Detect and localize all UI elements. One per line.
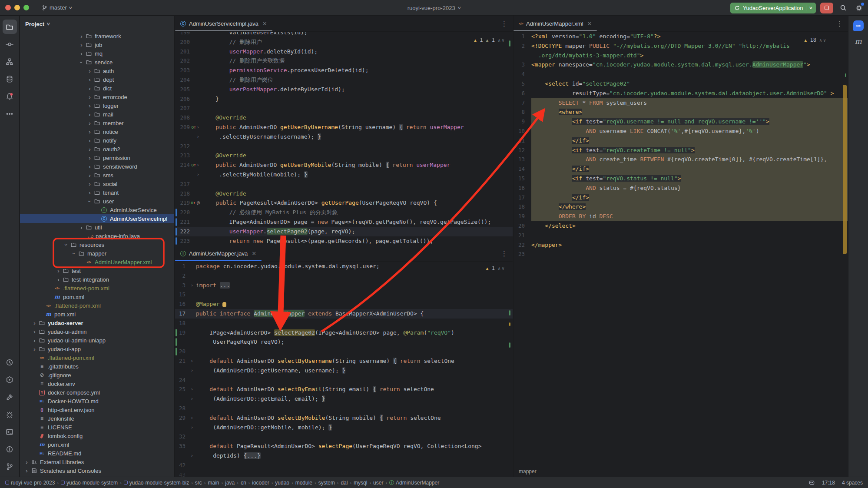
next-prev-problem-icons[interactable]: ∧∨	[498, 38, 506, 43]
fold-chevron-icon[interactable]: ›	[196, 160, 199, 170]
tree-item-readme-md[interactable]: M↓README.md	[20, 449, 174, 458]
chevron-collapsed-icon[interactable]: ›	[31, 329, 38, 335]
fold-chevron-icon[interactable]: ›	[190, 451, 193, 461]
fold-chevron-icon[interactable]: ›	[196, 170, 199, 179]
tree-item-member[interactable]: ›member	[20, 119, 174, 127]
chevron-collapsed-icon[interactable]: ›	[86, 190, 93, 196]
tab-options-kebab-icon[interactable]: ⋮	[501, 16, 507, 32]
gutter[interactable]	[191, 227, 202, 236]
editor-adminusermapper-xml[interactable]: 1<?xml version="1.0" encoding="UTF-8"?>2…	[514, 32, 848, 466]
gutter[interactable]	[186, 470, 196, 477]
git-branch-widget[interactable]: master ∨	[39, 3, 75, 12]
chevron-collapsed-icon[interactable]: ›	[86, 120, 93, 126]
gutter[interactable]: ›	[186, 281, 196, 290]
gutter[interactable]	[526, 240, 531, 250]
chevron-collapsed-icon[interactable]: ›	[78, 33, 85, 39]
breadcrumb-item-mysql[interactable]: mysql	[354, 480, 367, 486]
close-icon[interactable]: ✕	[587, 20, 592, 27]
breadcrumb-item-user[interactable]: user	[373, 480, 383, 486]
tree-item-social[interactable]: ›social	[20, 179, 174, 188]
tree-item-adminuserservice[interactable]: IAdminUserService	[20, 206, 174, 214]
breadcrumb-item-dal[interactable]: dal	[341, 480, 348, 486]
tree-item-pom-xml[interactable]: mpom.xml	[20, 440, 174, 449]
chevron-expanded-icon[interactable]: ›	[87, 198, 93, 205]
inspection-weak-count[interactable]: ▲ 1	[486, 37, 494, 43]
gutter[interactable]	[526, 60, 531, 70]
gutter[interactable]	[191, 56, 202, 66]
gutter[interactable]	[526, 89, 531, 98]
tree-item-external-libraries[interactable]: ›External Libraries	[20, 458, 174, 466]
breadcrumb-item-yudao[interactable]: yudao	[275, 480, 289, 486]
gutter[interactable]	[191, 37, 202, 47]
gutter[interactable]	[191, 142, 202, 151]
gutter[interactable]	[526, 136, 531, 146]
tool-strip-project-icon[interactable]	[3, 20, 17, 34]
tree-item-resources[interactable]: ›resources	[20, 240, 174, 249]
gutter[interactable]: o↑›	[191, 123, 202, 132]
search-everywhere-button[interactable]	[838, 2, 849, 13]
chevron-collapsed-icon[interactable]: ›	[31, 320, 38, 326]
tree-item-test-integration[interactable]: ›test-integration	[20, 275, 174, 284]
chevron-collapsed-icon[interactable]: ›	[86, 86, 93, 91]
tree-item-notice[interactable]: ›notice	[20, 127, 174, 136]
tree-item-auth[interactable]: ›auth	[20, 66, 174, 75]
gutter[interactable]	[186, 347, 196, 356]
gutter[interactable]	[186, 442, 196, 451]
gutter[interactable]	[526, 221, 531, 231]
fold-chevron-icon[interactable]: ›	[196, 123, 199, 132]
tree-item-scratches-and-consoles[interactable]: ›Scratches and Consoles	[20, 466, 174, 475]
tool-strip-profiler-icon[interactable]	[3, 355, 17, 369]
tree-item-lombok-config[interactable]: lombok.config	[20, 432, 174, 440]
chevron-collapsed-icon[interactable]: ›	[86, 164, 93, 169]
editor-adminusermapper-java[interactable]: 1package cn.iocoder.yudao.module.system.…	[175, 262, 513, 477]
tree-item-http-client-env-json[interactable]: {}http-client.env.json	[20, 405, 174, 414]
tree-item-user[interactable]: ›user	[20, 197, 174, 206]
tree-item-docker-compose-yml[interactable]: Ydocker-compose.yml	[20, 388, 174, 397]
chevron-collapsed-icon[interactable]: ›	[78, 51, 85, 56]
tool-strip-version-control-icon[interactable]	[3, 459, 17, 474]
chevron-collapsed-icon[interactable]: ›	[86, 77, 93, 83]
tree-item-docker-howto-md[interactable]: M↓Docker-HOWTO.md	[20, 397, 174, 405]
gutter[interactable]	[191, 189, 202, 199]
breadcrumb-item-iocoder[interactable]: iocoder	[252, 480, 269, 486]
chevron-collapsed-icon[interactable]: ›	[86, 138, 93, 143]
zoom-window-button[interactable]	[23, 5, 29, 10]
chevron-collapsed-icon[interactable]: ›	[31, 346, 38, 352]
gutter[interactable]	[186, 328, 196, 338]
editor-adminuserserviceimpl[interactable]: 199 validateUserExists(id);200 // 删除用户20…	[175, 32, 513, 246]
tree-item-dict[interactable]: ›dict	[20, 84, 174, 93]
tool-strip-more-icon[interactable]	[3, 106, 17, 121]
gutter[interactable]	[191, 32, 202, 37]
inspection-warn-count[interactable]: ▲ 1	[486, 265, 494, 271]
gutter[interactable]	[526, 126, 531, 136]
gutter[interactable]	[191, 103, 202, 113]
tree-item-util[interactable]: ›util	[20, 223, 174, 232]
gutter[interactable]	[526, 107, 531, 117]
scrollbar-thumb[interactable]	[843, 85, 847, 254]
gutter[interactable]	[186, 461, 196, 470]
run-configuration-widget[interactable]: YudaoServerApplication ∨	[730, 3, 816, 13]
tool-strip-structure-icon[interactable]	[3, 54, 17, 69]
fold-chevron-icon[interactable]: ›	[190, 366, 193, 375]
gutter[interactable]	[186, 290, 196, 299]
gutter[interactable]	[186, 337, 196, 347]
tree-item-yudao-ui-admin-uniapp[interactable]: ›yudao-ui-admin-uniapp	[20, 336, 174, 345]
gutter[interactable]	[526, 231, 531, 240]
tree-item-framework[interactable]: ›framework	[20, 32, 174, 40]
chevron-collapsed-icon[interactable]: ›	[55, 268, 62, 274]
gutter[interactable]	[526, 70, 531, 79]
tree-item-pom-xml[interactable]: mpom.xml	[20, 292, 174, 301]
tree-item-docker-env[interactable]: ≡docker.env	[20, 379, 174, 388]
tree-item-jenkinsfile[interactable]: ≡Jenkinsfile	[20, 414, 174, 423]
next-prev-problem-icons[interactable]: ∧∨	[498, 266, 506, 271]
fold-chevron-icon[interactable]: ›	[190, 423, 193, 432]
gutter[interactable]	[526, 193, 531, 203]
minimize-window-button[interactable]	[14, 5, 20, 10]
chevron-collapsed-icon[interactable]: ›	[78, 225, 85, 230]
tool-strip-notifications-icon[interactable]	[3, 89, 17, 103]
gutter[interactable]	[526, 212, 531, 221]
tree-item-mail[interactable]: ›mail	[20, 110, 174, 119]
maven-tool-icon[interactable]: m	[855, 37, 861, 46]
stop-button[interactable]	[820, 3, 833, 13]
gutter[interactable]	[526, 79, 531, 89]
